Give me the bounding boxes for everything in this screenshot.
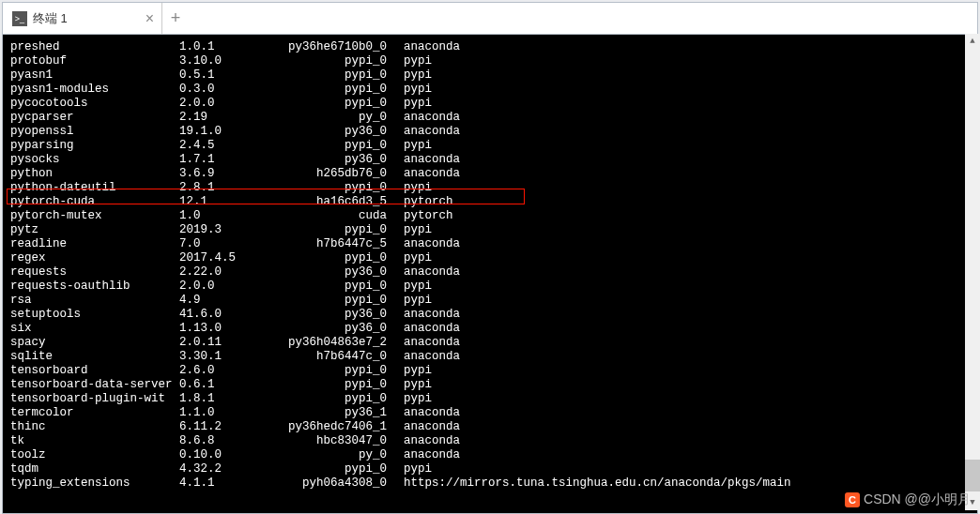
package-version: 0.6.1: [179, 378, 258, 392]
package-row: pytorch-mutex1.0cudapytorch: [10, 209, 977, 223]
package-name: sqlite: [10, 350, 179, 364]
package-version: 1.7.1: [179, 153, 258, 167]
package-row: python3.6.9h265db76_0anaconda: [10, 167, 977, 181]
package-channel: pytorch: [404, 209, 453, 223]
package-version: 0.5.1: [179, 68, 258, 83]
package-channel: anaconda: [404, 448, 460, 462]
package-name: tensorboard-plugin-wit: [10, 392, 179, 406]
package-row: requests2.22.0py36_0anaconda: [10, 265, 977, 280]
package-name: thinc: [10, 420, 179, 434]
package-version: 19.1.0: [179, 125, 258, 139]
package-build: pypi_0: [258, 392, 404, 406]
package-row: pycparser2.19py_0anaconda: [10, 111, 977, 125]
scroll-down-button[interactable]: ▼: [965, 495, 980, 510]
package-row: typing_extensions4.1.1pyh06a4308_0https:…: [10, 476, 977, 491]
package-name: python: [10, 167, 179, 181]
package-name: pysocks: [10, 153, 179, 167]
new-tab-button[interactable]: +: [162, 3, 189, 34]
package-row: tensorboard-data-server0.6.1pypi_0pypi: [10, 378, 977, 392]
package-name: termcolor: [10, 406, 179, 420]
package-name: protobuf: [10, 54, 179, 68]
package-build: pypi_0: [258, 378, 404, 392]
package-row: six1.13.0py36_0anaconda: [10, 322, 977, 336]
package-version: 4.9: [179, 294, 258, 308]
package-channel: anaconda: [404, 153, 460, 167]
package-row: pyasn1-modules0.3.0pypi_0pypi: [10, 83, 977, 97]
package-build: h7b6447c_0: [258, 350, 404, 364]
package-row: pyparsing2.4.5pypi_0pypi: [10, 139, 977, 153]
package-row: tensorboard2.6.0pypi_0pypi: [10, 364, 977, 378]
tab-bar: >_ 终端 1 × +: [3, 3, 977, 35]
package-build: py36_1: [258, 406, 404, 420]
tab-title: 终端 1: [33, 10, 68, 27]
package-name: setuptools: [10, 308, 179, 322]
package-channel: anaconda: [404, 420, 460, 434]
package-channel: anaconda: [404, 434, 460, 448]
package-channel: anaconda: [404, 322, 460, 336]
package-name: readline: [10, 237, 179, 251]
package-version: 3.30.1: [179, 350, 258, 364]
package-channel: pypi: [404, 392, 432, 406]
package-channel: pypi: [404, 181, 432, 195]
package-row: tensorboard-plugin-wit1.8.1pypi_0pypi: [10, 392, 977, 406]
terminal-viewport[interactable]: preshed1.0.1py36he6710b0_0anacondaprotob…: [3, 35, 977, 513]
package-row: thinc6.11.2py36hedc7406_1anaconda: [10, 420, 977, 434]
package-build: pypi_0: [258, 83, 404, 97]
scroll-up-button[interactable]: ▲: [965, 34, 980, 49]
scroll-thumb[interactable]: [965, 460, 980, 491]
package-name: pyasn1-modules: [10, 83, 179, 97]
package-build: h265db76_0: [258, 167, 404, 181]
package-channel: pypi: [404, 54, 432, 68]
package-version: 41.6.0: [179, 308, 258, 322]
package-channel: anaconda: [404, 237, 460, 251]
package-version: 2.19: [179, 111, 258, 125]
package-name: pyasn1: [10, 68, 179, 83]
package-row: tqdm4.32.2pypi_0pypi: [10, 462, 977, 476]
package-build: pypi_0: [258, 280, 404, 294]
package-name: python-dateutil: [10, 181, 179, 195]
close-icon[interactable]: ×: [145, 10, 154, 27]
package-build: pypi_0: [258, 139, 404, 153]
package-channel: anaconda: [404, 406, 460, 420]
package-version: 1.1.0: [179, 406, 258, 420]
package-name: tensorboard: [10, 364, 179, 378]
package-build: ha16c6d3_5: [258, 195, 404, 209]
package-version: 4.32.2: [179, 462, 258, 476]
package-version: 1.0.1: [179, 40, 258, 54]
package-name: requests: [10, 265, 179, 280]
package-build: cuda: [258, 209, 404, 223]
package-build: pypi_0: [258, 462, 404, 476]
package-version: 12.1: [179, 195, 258, 209]
package-version: 7.0: [179, 237, 258, 251]
scrollbar[interactable]: ▲ ▼: [965, 34, 980, 510]
package-row: preshed1.0.1py36he6710b0_0anaconda: [10, 40, 977, 54]
package-version: 2017.4.5: [179, 251, 258, 265]
package-build: py_0: [258, 111, 404, 125]
package-build: pypi_0: [258, 97, 404, 111]
package-build: pypi_0: [258, 68, 404, 83]
package-name: preshed: [10, 40, 179, 54]
package-row: sqlite3.30.1h7b6447c_0anaconda: [10, 350, 977, 364]
terminal-output: preshed1.0.1py36he6710b0_0anacondaprotob…: [10, 40, 977, 491]
package-version: 2.6.0: [179, 364, 258, 378]
package-channel: anaconda: [404, 111, 460, 125]
package-channel: anaconda: [404, 265, 460, 280]
package-build: py36h04863e7_2: [258, 336, 404, 350]
package-channel: pypi: [404, 83, 432, 97]
package-build: py_0: [258, 448, 404, 462]
package-build: pypi_0: [258, 294, 404, 308]
package-row: pyasn10.5.1pypi_0pypi: [10, 68, 977, 83]
package-name: pytorch-cuda: [10, 195, 179, 209]
package-version: 1.13.0: [179, 322, 258, 336]
package-build: pypi_0: [258, 223, 404, 237]
package-build: py36hedc7406_1: [258, 420, 404, 434]
package-row: rsa4.9pypi_0pypi: [10, 294, 977, 308]
package-build: pyh06a4308_0: [258, 476, 404, 491]
package-channel: anaconda: [404, 40, 460, 54]
package-channel: anaconda: [404, 336, 460, 350]
package-name: rsa: [10, 294, 179, 308]
tab-terminal-1[interactable]: >_ 终端 1 ×: [3, 3, 162, 34]
package-row: termcolor1.1.0py36_1anaconda: [10, 406, 977, 420]
package-version: 2.0.11: [179, 336, 258, 350]
package-version: 2019.3: [179, 223, 258, 237]
